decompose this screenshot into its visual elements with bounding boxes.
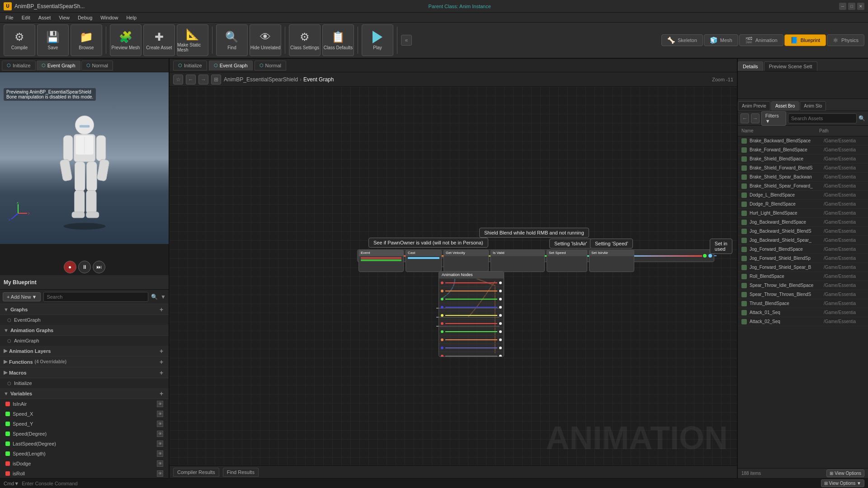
asset-item[interactable]: Dodge_R_BlendSpace /Game/Essentia	[738, 200, 868, 209]
var-lastspeed-degree[interactable]: LastSpeed(Degree) 👁	[0, 439, 169, 449]
var-eye-icon-6[interactable]: 👁	[157, 450, 163, 457]
play-button[interactable]: Play	[362, 24, 393, 56]
window-controls[interactable]: ─ □ ✕	[839, 3, 864, 10]
asset-item[interactable]: Attack_02_Seq /Game/Essentia	[738, 317, 868, 326]
animation-mode-tab[interactable]: 🎬 Animation	[739, 34, 783, 46]
var-isroll[interactable]: isRoll 👁	[0, 469, 169, 478]
animation-layers-section-header[interactable]: ▶ Animation Layers +	[0, 346, 169, 357]
asset-search-input[interactable]	[788, 113, 857, 123]
asset-item[interactable]: Jog_Forward_Shield_BlendSp /Game/Essenti…	[738, 254, 868, 263]
console-view-options-button[interactable]: ⊞ View Options ▼	[821, 479, 864, 487]
asset-item[interactable]: Jog_Backward_Shield_BlendS /Game/Essenti…	[738, 227, 868, 236]
graph-initialize-tab[interactable]: ⬡ Initialize	[173, 61, 207, 70]
event-graph-tab[interactable]: ⬡ Event Graph	[37, 61, 80, 70]
minimize-btn[interactable]: ─	[839, 3, 846, 10]
variables-section-header[interactable]: ▼ Variables +	[0, 388, 169, 399]
asset-item[interactable]: Brake_Shield_BlendSpace /Game/Essentia	[738, 155, 868, 164]
var-speed-y[interactable]: Speed_Y 👁	[0, 419, 169, 429]
var-eye-icon-3[interactable]: 👁	[157, 421, 163, 427]
filters-button[interactable]: Filters ▼	[761, 111, 786, 126]
anim-slot-tab[interactable]: Anim Slo	[800, 101, 826, 111]
normal-tab[interactable]: ⬡ Normal	[81, 61, 113, 70]
asset-item[interactable]: Spear_Throw_Throws_BlendS /Game/Essentia	[738, 290, 868, 299]
step-button[interactable]: ⏭	[93, 261, 105, 273]
asset-item[interactable]: Jog_Forward_Shield_Spear_B /Game/Essenti…	[738, 263, 868, 272]
class-settings-button[interactable]: ⚙ Class Settings	[289, 24, 321, 56]
initialize-tab[interactable]: ⬡ Initialize	[2, 61, 36, 70]
asset-item[interactable]: Jog_Forward_BlendSpace /Game/Essentia	[738, 245, 868, 254]
var-eye-icon-8[interactable]: 👁	[157, 470, 163, 477]
asset-item[interactable]: Jog_Backward_BlendSpace /Game/Essentia	[738, 218, 868, 227]
functions-section-header[interactable]: ▶ Functions (4 Overridable) +	[0, 357, 169, 367]
event-graph-item[interactable]: ⬡ EventGraph	[0, 315, 169, 325]
record-button[interactable]: ●	[64, 261, 76, 273]
asset-search-icon[interactable]: 🔍	[859, 115, 865, 122]
compile-button[interactable]: ⚙ Compile	[4, 24, 35, 56]
graph-canvas[interactable]: See if PawnOwner is valid (will not be i…	[170, 87, 737, 465]
preview-scene-tab[interactable]: Preview Scene Sett	[764, 61, 817, 71]
compiler-results-tab[interactable]: Compiler Results	[173, 468, 219, 477]
save-button[interactable]: 💾 Save	[37, 24, 69, 56]
physics-mode-tab[interactable]: ⚛ Physics	[827, 34, 864, 46]
var-eye-icon-2[interactable]: 👁	[157, 411, 163, 417]
var-eye-icon-7[interactable]: 👁	[157, 460, 163, 467]
animation-layers-add-button[interactable]: +	[158, 347, 165, 355]
node-block-5[interactable]: Set Speed	[547, 249, 587, 272]
asset-item[interactable]: Spear_Throw_Idle_BlendSpace /Game/Essent…	[738, 281, 868, 290]
menu-help[interactable]: Help	[123, 14, 140, 21]
console-prompt[interactable]: Cmd▼	[4, 481, 19, 486]
breadcrumb-back-button[interactable]: ←	[186, 75, 196, 84]
menu-asset[interactable]: Asset	[35, 14, 55, 21]
asset-item[interactable]: Hurt_Light_BlendSpace /Game/Essentia	[738, 209, 868, 218]
var-eye-icon[interactable]: 👁	[157, 401, 163, 407]
graphs-section-header[interactable]: ▼ Graphs +	[0, 304, 169, 315]
details-tab[interactable]: Details	[738, 61, 763, 71]
node-block-3[interactable]: Get Velocity	[443, 249, 489, 272]
node-block-4[interactable]: Is Valid	[491, 249, 545, 272]
macros-section-header[interactable]: ▶ Macros +	[0, 367, 169, 378]
menu-view[interactable]: View	[55, 14, 73, 21]
node-block-2[interactable]: Cast	[406, 249, 442, 272]
var-eye-icon-4[interactable]: 👁	[157, 431, 163, 437]
breadcrumb-grid-button[interactable]: ⊞	[211, 75, 221, 84]
var-speed-degree[interactable]: Speed(Degree) 👁	[0, 429, 169, 439]
blueprint-mode-tab[interactable]: 📘 Blueprint	[784, 34, 826, 46]
breadcrumb-forward-button[interactable]: →	[198, 75, 208, 84]
preview-mesh-button[interactable]: 🧩 Preview Mesh	[110, 24, 142, 56]
filter-icon[interactable]: ▼	[160, 294, 166, 300]
asset-item[interactable]: Jog_Backward_Shield_Spear_ /Game/Essenti…	[738, 236, 868, 245]
asset-item[interactable]: Brake_Shield_Forward_BlendS /Game/Essent…	[738, 164, 868, 173]
var-speed-length[interactable]: Speed(Length) 👁	[0, 449, 169, 459]
var-isinair[interactable]: IsInAir 👁	[0, 399, 169, 409]
node-block-6[interactable]: Set IsInAir	[589, 249, 634, 272]
graph-normal-tab[interactable]: ⬡ Normal	[255, 61, 286, 70]
search-icon[interactable]: 🔍	[151, 294, 158, 300]
asset-item[interactable]: Brake_Shield_Spear_Backwan /Game/Essenti…	[738, 173, 868, 182]
breadcrumb-star-button[interactable]: ☆	[173, 75, 183, 84]
menu-debug[interactable]: Debug	[74, 14, 96, 21]
menu-edit[interactable]: Edit	[18, 14, 34, 21]
functions-add-button[interactable]: +	[158, 358, 165, 366]
menu-file[interactable]: File	[2, 14, 17, 21]
collapse-toolbar-button[interactable]: «	[401, 35, 412, 46]
initialize-macro-item[interactable]: ⬡ Initialize	[0, 378, 169, 388]
blueprint-search-input[interactable]	[43, 292, 148, 302]
maximize-btn[interactable]: □	[848, 3, 855, 10]
find-results-tab[interactable]: Find Results	[223, 468, 259, 477]
asset-item[interactable]: Brake_Shield_Spear_Forward_ /Game/Essent…	[738, 182, 868, 191]
var-isdodge[interactable]: isDodge 👁	[0, 459, 169, 469]
asset-browser-tab[interactable]: Asset Bro	[771, 101, 799, 111]
anim-graph-item[interactable]: ⬡ AnimGraph	[0, 336, 169, 346]
skeleton-mode-tab[interactable]: 🦴 Skeleton	[661, 34, 703, 46]
menu-window[interactable]: Window	[97, 14, 122, 21]
animation-graphs-section-header[interactable]: ▼ Animation Graphs	[0, 325, 169, 336]
asset-item[interactable]: Brake_Forward_BlendSpace /Game/Essentia	[738, 145, 868, 155]
find-button[interactable]: 🔍 Find	[216, 24, 248, 56]
graph-event-graph-tab[interactable]: ⬡ Event Graph	[209, 61, 253, 70]
asset-item[interactable]: Dodge_L_BlendSpace /Game/Essentia	[738, 191, 868, 200]
mini-node-cluster[interactable]: Animation Nodes	[439, 271, 504, 357]
class-defaults-button[interactable]: 📋 Class Defaults	[322, 24, 354, 56]
pause-button[interactable]: ⏸	[78, 261, 91, 273]
close-btn[interactable]: ✕	[857, 3, 864, 10]
create-asset-button[interactable]: ✚ Create Asset	[143, 24, 175, 56]
